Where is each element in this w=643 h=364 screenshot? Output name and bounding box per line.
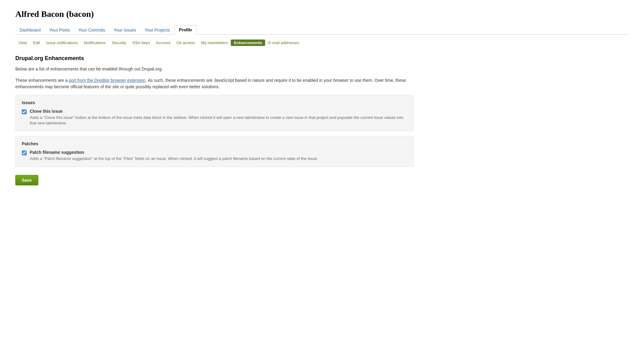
patch-filename-title: Patch filename suggestion <box>30 150 318 155</box>
issues-section-title: Issues <box>22 100 407 105</box>
primary-nav: Dashboard Your Posts Your Commits Your I… <box>15 25 628 35</box>
subnav-my-newsletters[interactable]: My newsletters <box>198 40 231 46</box>
main-content: Drupal.org Enhancements Below are a list… <box>15 55 414 185</box>
nav-dashboard[interactable]: Dashboard <box>15 26 45 34</box>
clone-issue-checkbox[interactable] <box>22 109 27 114</box>
nav-your-issues[interactable]: Your Issues <box>109 26 140 34</box>
subnav-view[interactable]: View <box>15 40 30 46</box>
intro-paragraph-2: These enhancements are a port from the D… <box>15 77 414 90</box>
subnav-security[interactable]: Security <box>109 40 129 46</box>
subnav-edit[interactable]: Edit <box>30 40 43 46</box>
subnav-account[interactable]: Account <box>153 40 173 46</box>
nav-your-commits[interactable]: Your Commits <box>74 26 109 34</box>
clone-issue-title: Clone this issue <box>30 109 407 114</box>
save-button[interactable]: Save <box>15 175 38 185</box>
clone-issue-desc: Adds a "Clone this issue" button at the … <box>30 115 403 125</box>
patch-filename-label: Patch filename suggestion Adds a "Patch … <box>30 150 318 161</box>
intro-paragraph-1: Below are a list of enhancements that ca… <box>15 66 414 72</box>
nav-profile: Profile <box>174 25 197 35</box>
dreditor-link[interactable]: port from the Dreditor browser extension <box>69 78 146 83</box>
nav-your-projects[interactable]: Your Projects <box>140 26 174 34</box>
nav-your-posts[interactable]: Your Posts <box>45 26 74 34</box>
patch-filename-checkbox[interactable] <box>22 150 27 155</box>
page-title: Alfred Bacon (bacon) <box>15 9 628 19</box>
patch-filename-item: Patch filename suggestion Adds a "Patch … <box>22 150 407 161</box>
patches-section: Patches Patch filename suggestion Adds a… <box>15 136 414 167</box>
patch-filename-desc: Adds a "Patch filename suggestion" at th… <box>30 156 318 161</box>
subnav-notifications[interactable]: Notifications <box>81 40 109 46</box>
subnav-enhancements[interactable]: Enhancements <box>231 40 265 46</box>
clone-issue-label: Clone this issue Adds a "Clone this issu… <box>30 109 407 126</box>
clone-issue-item: Clone this issue Adds a "Clone this issu… <box>22 109 407 126</box>
content-section-title: Drupal.org Enhancements <box>15 55 414 62</box>
subnav-git-access[interactable]: Git access <box>173 40 198 46</box>
secondary-nav: View Edit Issue notifications Notificati… <box>15 40 628 46</box>
subnav-issue-notifications[interactable]: Issue notifications <box>43 40 81 46</box>
patches-section-title: Patches <box>22 141 407 146</box>
subnav-ssh-keys[interactable]: SSH keys <box>129 40 153 46</box>
issues-section: Issues Clone this issue Adds a "Clone th… <box>15 95 414 131</box>
subnav-email-addresses[interactable]: E-mail addresses <box>265 40 302 46</box>
